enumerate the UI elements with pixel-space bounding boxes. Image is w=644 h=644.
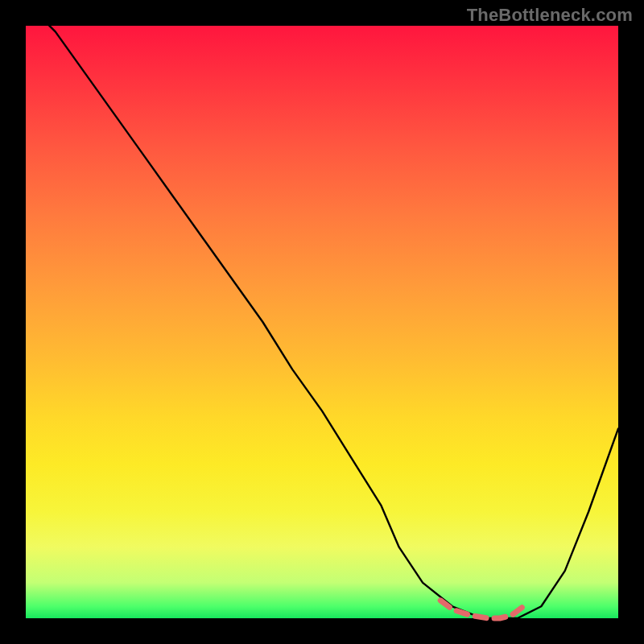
chart-container: TheBottleneck.com [0, 0, 644, 644]
highlight-segment [440, 601, 523, 618]
watermark-text: TheBottleneck.com [467, 5, 633, 26]
bottleneck-curve [26, 2, 618, 618]
curve-svg [26, 26, 618, 618]
plot-area [26, 26, 618, 618]
